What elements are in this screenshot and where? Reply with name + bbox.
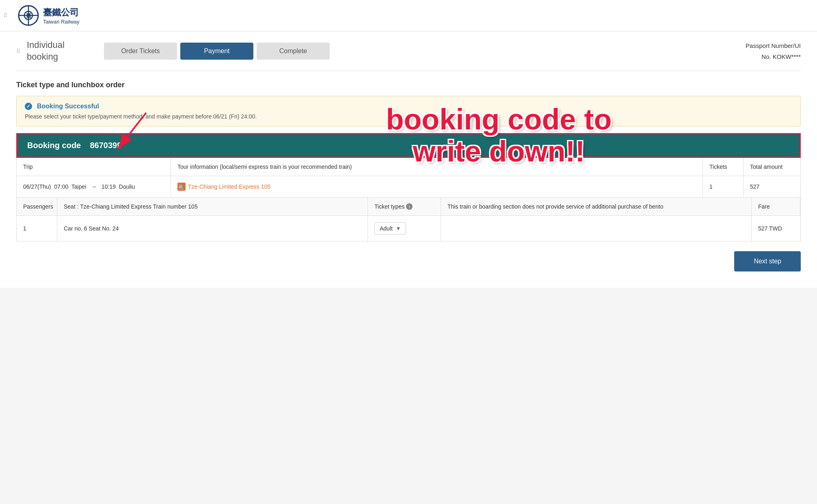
step-payment[interactable]: Payment [180,43,253,60]
passenger-data-row: 1 Car no. 6 Seat No. 24 Adult ▼ 527 TWD [17,216,800,241]
th-trip: Trip [17,158,171,176]
ticket-types-info-icon[interactable]: i [406,203,413,210]
trip-data-row: 06/27(Thu) 07:00 Taipei → 10:19 Douliu 🚉… [17,176,800,198]
next-step-button[interactable]: Next step [734,251,801,271]
svg-text:臺: 臺 [26,13,31,19]
step-drag-handle-icon: ⠿ [16,48,20,54]
table-header-row: Trip Tour information (local/semi expres… [17,158,800,176]
td-passenger-number: 1 [17,216,57,241]
td-fare-value: 527 TWD [752,216,800,241]
next-step-area: Next step [16,241,801,271]
logo-chinese: 臺鐵公司 [43,6,80,19]
th-bento-note: This train or boarding section does not … [441,198,752,215]
td-seat-info: Car no. 6 Seat No. 24 [57,216,368,241]
ticket-type-value: Adult [380,225,393,232]
main-content: ⠿ Individualbooking Order Tickets Paymen… [0,31,817,288]
td-train-info: 🚉 Tze-Chiang Limited Express 105 [171,176,703,197]
dropdown-arrow-icon: ▼ [396,226,401,231]
train-name: Tze-Chiang Limited Express 105 [188,183,270,190]
td-trip-detail: 06/27(Thu) 07:00 Taipei → 10:19 Douliu [17,176,171,197]
booking-notice-text: Please select your ticket type/payment m… [25,113,792,120]
booking-code-label: Booking code [27,141,81,150]
passenger-header-row: Passengers Seat : Tze-Chiang Limited Exp… [17,198,800,216]
th-seat: Seat : Tze-Chiang Limited Express Train … [57,198,368,215]
check-icon: ✓ [25,103,32,110]
th-passengers: Passengers [17,198,57,215]
section-heading: Ticket type and lunchbox order [16,81,801,89]
train-icon: 🚉 [177,183,186,191]
booking-success-title: ✓ Booking Successful [25,103,792,110]
th-tour-info: Tour information (local/semi express tra… [171,158,703,176]
passport-label: Passport Number/UI [746,40,801,51]
td-ticket-type-select: Adult ▼ [368,216,441,241]
booking-table: Trip Tour information (local/semi expres… [16,158,801,241]
th-tickets: Tickets [703,158,744,176]
td-total: 527 [744,176,800,197]
th-ticket-types: Ticket types i [368,198,441,215]
booking-notice: ✓ Booking Successful Please select your … [16,96,801,127]
td-bento-value [441,216,752,241]
train-link[interactable]: 🚉 Tze-Chiang Limited Express 105 [177,183,270,191]
step-bar: ⠿ Individualbooking Order Tickets Paymen… [16,31,801,71]
top-bar: ⠿ 臺 臺鐵公司 Taiwan Railway [0,0,817,31]
trip-detail-text: 06/27(Thu) 07:00 Taipei → 10:19 Douliu [23,183,135,190]
passport-info: Passport Number/UI No. KOKW**** [746,40,801,62]
passport-number: No. KOKW**** [746,51,801,62]
ticket-type-dropdown[interactable]: Adult ▼ [374,222,406,235]
content-area: booking code to write down!! Ticket type… [16,71,801,271]
td-tickets: 1 [703,176,744,197]
booking-code-bar: Booking code 8670399 [16,133,801,158]
booking-code-wrapper: Booking code 8670399 [16,133,801,158]
booking-code-value: 8670399 [90,141,121,150]
drag-handle-icon: ⠿ [3,12,7,19]
taiwan-railway-logo-icon: 臺 [18,5,39,26]
section-title: Individualbooking [27,39,92,62]
steps-container: Order Tickets Payment Complete [104,43,746,60]
th-fare: Fare [752,198,800,215]
th-total-amount: Total amount [744,158,800,176]
step-complete[interactable]: Complete [257,43,330,60]
logo-area: 臺 臺鐵公司 Taiwan Railway [18,5,80,26]
logo-english: Taiwan Railway [43,19,80,25]
logo-text: 臺鐵公司 Taiwan Railway [43,6,80,25]
step-order-tickets[interactable]: Order Tickets [104,43,177,60]
